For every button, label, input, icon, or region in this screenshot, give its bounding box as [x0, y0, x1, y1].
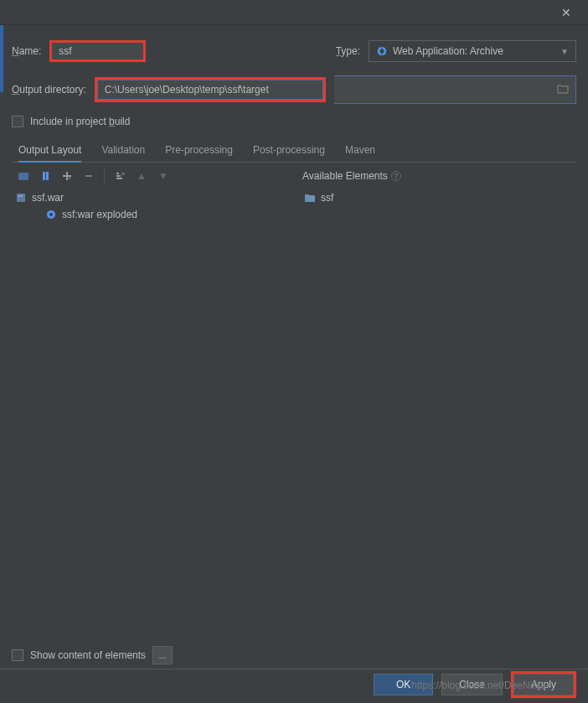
output-dir-input[interactable] [97, 80, 323, 100]
name-input[interactable] [49, 40, 146, 62]
new-item-icon[interactable] [37, 168, 54, 184]
svg-rect-13 [17, 194, 25, 202]
new-folder-icon[interactable] [15, 168, 32, 184]
chevron-down-icon: ▼ [560, 47, 569, 56]
svg-rect-2 [381, 47, 383, 56]
type-label: Type: [336, 45, 360, 57]
output-layout-tree[interactable]: ssf.war ssf:war exploded [12, 189, 294, 592]
sort-icon[interactable]: az [111, 168, 128, 184]
divider [0, 669, 588, 669]
type-select[interactable]: Web Application: Archive ▼ [369, 40, 576, 62]
down-icon[interactable]: ▼ [155, 168, 172, 184]
available-elements-tree[interactable]: ssf [294, 189, 576, 592]
folder-icon [304, 192, 316, 204]
type-value: Web Application: Archive [393, 45, 503, 57]
add-icon[interactable] [59, 168, 75, 184]
ok-button[interactable]: OK [374, 674, 433, 695]
tab-pre-processing[interactable]: Pre-processing [165, 139, 233, 162]
apply-button[interactable]: Apply [513, 674, 574, 695]
svg-rect-7 [63, 175, 71, 177]
tab-maven[interactable]: Maven [345, 139, 375, 162]
close-button[interactable]: Close [441, 674, 503, 695]
show-content-checkbox[interactable] [12, 649, 23, 661]
archive-icon [15, 192, 27, 204]
show-content-label: Show content of elements [30, 649, 146, 661]
selection-indicator [0, 25, 3, 92]
svg-rect-14 [18, 195, 20, 197]
help-icon[interactable]: ? [391, 171, 401, 181]
web-app-icon [376, 45, 388, 57]
svg-rect-3 [18, 173, 28, 180]
available-elements-label: Available Elements [302, 170, 388, 182]
output-dir-extension [334, 75, 576, 104]
name-label: NName:ame: [12, 45, 41, 57]
toolbar-separator [104, 169, 105, 183]
up-icon[interactable]: ▲ [133, 168, 150, 184]
more-options-button[interactable]: ... [152, 646, 173, 664]
output-dir-label: Output directory: [12, 84, 86, 96]
include-build-checkbox[interactable] [12, 116, 23, 127]
tab-output-layout[interactable]: Output Layout [18, 139, 81, 163]
svg-rect-5 [46, 172, 49, 180]
tab-post-processing[interactable]: Post-processing [253, 139, 325, 162]
svg-point-17 [49, 213, 53, 216]
artifact-icon [45, 209, 57, 220]
svg-rect-8 [85, 175, 92, 177]
tree-item-war: ssf.war [12, 189, 294, 206]
close-icon[interactable]: ✕ [554, 3, 578, 23]
svg-rect-15 [21, 195, 23, 197]
remove-icon[interactable] [80, 168, 97, 184]
svg-rect-9 [116, 173, 119, 174]
svg-rect-11 [116, 178, 122, 179]
svg-rect-10 [116, 175, 121, 177]
browse-folder-icon[interactable] [557, 84, 569, 96]
svg-text:az: az [121, 171, 125, 176]
tab-validation[interactable]: Validation [101, 139, 145, 162]
svg-rect-4 [43, 172, 45, 180]
tree-item-available: ssf [294, 189, 576, 206]
tree-item-exploded: ssf:war exploded [12, 206, 294, 223]
include-build-label: Include in project build [30, 116, 130, 127]
